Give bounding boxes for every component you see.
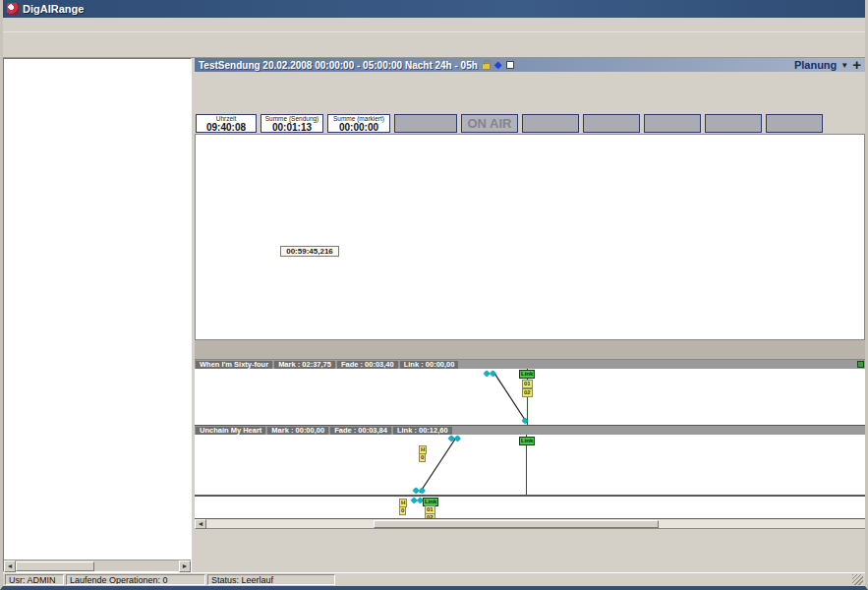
sum-marked-box: Summe (markiert) 00:00:00 bbox=[327, 114, 390, 133]
track2-fade: Fade : 00:03,84 bbox=[330, 427, 391, 435]
status-operations: Laufende Operationen: 0 bbox=[66, 574, 205, 585]
status-box bbox=[583, 114, 640, 133]
clock-label: Uhrzeit bbox=[216, 115, 237, 122]
menu-bar bbox=[3, 18, 865, 32]
window-title: DigAIRange bbox=[23, 3, 84, 15]
track1-header: When I'm Sixty-four Mark : 02:37,75 Fade… bbox=[195, 360, 865, 369]
status-user: Usr: ADMIN bbox=[5, 574, 64, 585]
track2-waveform[interactable]: ◆◆ ◆◆ H 0 Link bbox=[195, 435, 865, 496]
status-box bbox=[394, 114, 457, 133]
hook-marker-label[interactable]: 0 bbox=[419, 453, 426, 462]
editor-toolbar bbox=[195, 340, 865, 360]
mark-handle-icon[interactable]: ◆◆ bbox=[484, 370, 495, 378]
track1-mark: Mark : 02:37,75 bbox=[274, 361, 335, 369]
clock-box: Uhrzeit 09:40:08 bbox=[196, 114, 257, 133]
navigation-tree bbox=[4, 59, 191, 560]
sum-marked-label: Summe (markiert) bbox=[333, 115, 384, 122]
track1-link: Link : 00:00,00 bbox=[400, 361, 459, 369]
status-bar: Usr: ADMIN Laufende Operationen: 0 Statu… bbox=[3, 572, 865, 586]
track2-name: Unchain My Heart bbox=[196, 427, 265, 435]
overview-waveform[interactable]: H 0 ◆◆ Link 01 02 bbox=[195, 496, 865, 519]
wave-tool-icon bbox=[857, 361, 864, 368]
chevron-down-icon[interactable]: ▼ bbox=[840, 61, 848, 70]
status-box bbox=[522, 114, 579, 133]
diamond-icon: ◆ bbox=[494, 60, 502, 70]
playlist-grid: 00:59:45,216 bbox=[195, 134, 865, 340]
panel-titlebar[interactable]: TestSendung 20.02.2008 00:00:00 - 05:00:… bbox=[195, 58, 865, 72]
status-box bbox=[766, 114, 823, 133]
tree-hscrollbar[interactable]: ◄ ► bbox=[4, 560, 191, 571]
window-titlebar[interactable]: DigAIRange bbox=[3, 0, 865, 18]
mode-select[interactable]: Planung bbox=[794, 59, 837, 71]
clock-value: 09:40:08 bbox=[206, 122, 246, 133]
panel-title: TestSendung 20.02.2008 00:00:00 - 05:00:… bbox=[199, 60, 478, 71]
link-marker-label[interactable]: Link bbox=[519, 370, 535, 379]
add-button[interactable]: + bbox=[852, 59, 861, 71]
track1-name: When I'm Sixty-four bbox=[196, 361, 272, 369]
track2-link: Link : 00:12,60 bbox=[393, 427, 452, 435]
sum-show-value: 00:01:13 bbox=[272, 122, 312, 133]
lock-icon bbox=[482, 63, 491, 70]
sum-show-label: Summe (Sendung) bbox=[265, 115, 319, 122]
resize-grip[interactable] bbox=[852, 574, 863, 585]
main-toolbar bbox=[3, 32, 865, 58]
square-icon bbox=[506, 61, 514, 69]
track2-header: Unchain My Heart Mark : 00:00,00 Fade : … bbox=[195, 426, 865, 435]
on-air-indicator: ON AIR bbox=[461, 114, 518, 133]
waveform-editor: When I'm Sixty-four Mark : 02:37,75 Fade… bbox=[195, 340, 865, 572]
navigation-toolbar bbox=[195, 72, 865, 93]
sum-marked-value: 00:00:00 bbox=[339, 122, 378, 133]
mark-handle-icon[interactable]: ◆◆ bbox=[413, 487, 425, 495]
status-box bbox=[644, 114, 701, 133]
info-row: Uhrzeit 09:40:08 Summe (Sendung) 00:01:1… bbox=[195, 113, 865, 134]
scroll-thumb[interactable] bbox=[16, 561, 94, 571]
hook-marker-label[interactable]: 0 bbox=[399, 506, 406, 515]
cue-marker-label[interactable]: 02 bbox=[425, 513, 435, 519]
cue-marker-label[interactable]: 02 bbox=[522, 388, 533, 397]
status-state: Status: Leerlauf bbox=[207, 574, 335, 585]
app-window: DigAIRange ◄ ► TestSendung 20.02.2008 00… bbox=[0, 0, 868, 590]
scroll-right-icon[interactable]: ► bbox=[179, 560, 191, 572]
status-box bbox=[705, 114, 762, 133]
main-area: ◄ ► TestSendung 20.02.2008 00:00:00 - 05… bbox=[3, 58, 865, 572]
editor-hscrollbar[interactable]: ◄ bbox=[195, 519, 865, 529]
tree-panel: ◄ ► bbox=[3, 58, 192, 572]
sum-show-box: Summe (Sendung) 00:01:13 bbox=[260, 114, 323, 133]
scroll-left-icon[interactable]: ◄ bbox=[195, 519, 206, 529]
planning-panel: TestSendung 20.02.2008 00:00:00 - 05:00:… bbox=[192, 58, 865, 572]
functions-toolbar bbox=[195, 93, 865, 113]
scroll-left-icon[interactable]: ◄ bbox=[4, 560, 16, 572]
track1-fade: Fade : 00:03,40 bbox=[337, 361, 398, 369]
scroll-thumb[interactable] bbox=[374, 520, 659, 528]
transport-bar bbox=[195, 529, 865, 572]
app-icon bbox=[7, 3, 19, 15]
link-marker-label[interactable]: Link bbox=[519, 437, 535, 445]
time-tooltip: 00:59:45,216 bbox=[280, 246, 339, 257]
mark-handle-icon[interactable]: ◆◆ bbox=[411, 497, 423, 504]
track1-waveform[interactable]: ◆◆ ◆ Link 01 02 bbox=[195, 369, 865, 426]
fade-handle-icon[interactable]: ◆◆ bbox=[448, 435, 460, 442]
cue-marker-label[interactable]: 01 bbox=[522, 380, 533, 388]
track2-mark: Mark : 00:00,00 bbox=[267, 427, 328, 435]
fade-end-handle-icon[interactable]: ◆ bbox=[522, 417, 528, 425]
